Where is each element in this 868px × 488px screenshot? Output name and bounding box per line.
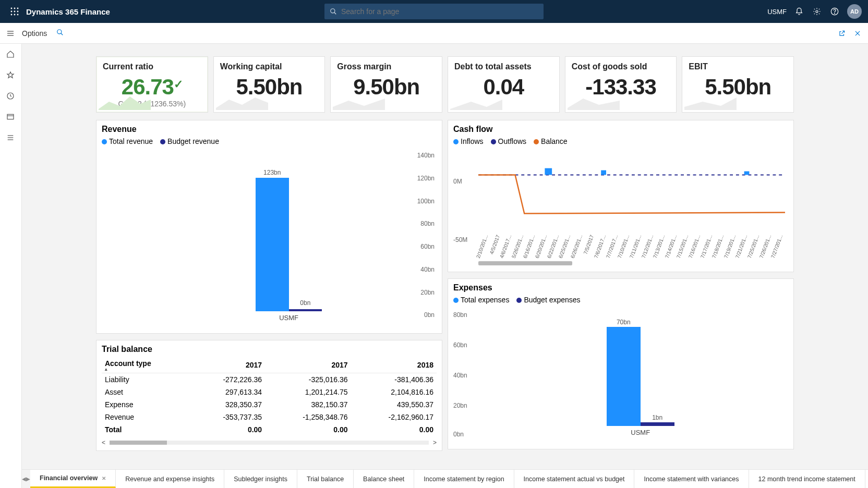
scroll-right-icon[interactable]: >: [433, 439, 437, 446]
kpi-debt-to-assets[interactable]: Debt to total assets 0.04: [448, 56, 560, 113]
popout-icon[interactable]: [837, 28, 847, 39]
bar-label: 123bn: [263, 169, 281, 176]
svg-point-6: [11, 14, 13, 16]
inflow-bar: [601, 170, 606, 175]
kpi-label: Working capital: [220, 62, 319, 71]
search-icon: [330, 8, 337, 15]
table-row[interactable]: Expense328,350.37382,150.37439,550.37: [102, 398, 437, 411]
panel-title: Expenses: [453, 283, 788, 292]
table-row[interactable]: Liability-272,226.36-325,016.36-381,406.…: [102, 373, 437, 386]
cashflow-chart[interactable]: 0M -50M 2/10/201...4/5/20174/6/2017...5/…: [453, 149, 788, 265]
search-input[interactable]: [341, 7, 538, 16]
svg-point-5: [17, 11, 19, 13]
column-header[interactable]: Account type▴: [102, 357, 189, 373]
sheet-tab[interactable]: Income statement actual vs budget: [514, 470, 635, 488]
kpi-label: Current ratio: [103, 62, 201, 71]
svg-point-11: [816, 10, 818, 13]
y-tick: 40bn: [453, 372, 467, 379]
sheet-tab[interactable]: Trial balance: [297, 470, 354, 488]
kpi-label: Debt to total assets: [454, 62, 553, 71]
inflow-bar: [545, 168, 552, 175]
sparkline: [450, 94, 502, 110]
sheet-tab[interactable]: Subledger insights: [224, 470, 297, 488]
nav-toggle-icon[interactable]: [5, 28, 16, 39]
bar-total-revenue[interactable]: [256, 178, 289, 311]
environment-label[interactable]: USMF: [767, 8, 787, 16]
bar-total-expenses[interactable]: [607, 327, 641, 426]
user-avatar[interactable]: AD: [847, 4, 862, 19]
kpi-label: Gross margin: [337, 62, 436, 71]
workspaces-icon[interactable]: [6, 113, 16, 122]
kpi-ebit[interactable]: EBIT 5.50bn: [682, 56, 794, 113]
sheet-tab[interactable]: Balance sheet: [354, 470, 414, 488]
bar-budget-expenses[interactable]: [641, 422, 674, 426]
tab-close-icon[interactable]: ✕: [102, 475, 106, 481]
kpi-row: Current ratio 26.73✓ Goal: 2 (+1236.53%)…: [96, 56, 794, 113]
app-title: Dynamics 365 Finance: [26, 7, 110, 16]
favorites-icon[interactable]: [6, 71, 16, 80]
sparkline: [99, 94, 151, 110]
kpi-label: Cost of goods sold: [572, 62, 670, 71]
sparkline: [684, 94, 737, 110]
notifications-icon[interactable]: [794, 6, 804, 17]
y-tick: 0M: [453, 178, 462, 185]
home-icon[interactable]: [6, 50, 16, 59]
column-header[interactable]: 2017: [189, 357, 265, 373]
filter-search-icon[interactable]: [56, 29, 64, 38]
sheet-tab[interactable]: Income statement with variances: [634, 470, 749, 488]
column-header[interactable]: 2018: [351, 357, 437, 373]
sheet-tabs: ◀ ▶ Financial overview✕Revenue and expen…: [22, 469, 868, 488]
tab-nav-prev[interactable]: ◀: [22, 470, 26, 488]
table-row[interactable]: Asset297,613.341,201,214.752,104,816.16: [102, 386, 437, 398]
revenue-panel: Revenue Total revenue Budget revenue 140…: [96, 120, 442, 334]
revenue-legend: Total revenue Budget revenue: [102, 137, 437, 145]
inflow-bar: [744, 172, 750, 175]
kpi-working-capital[interactable]: Working capital 5.50bn: [213, 56, 326, 113]
revenue-chart[interactable]: 140bn 120bn 100bn 80bn 60bn 40bn 20bn 0b…: [102, 149, 437, 324]
sheet-tab[interactable]: 12 month trend income statement: [749, 470, 865, 488]
sparkline: [216, 94, 268, 110]
x-ticks: 2/10/201...4/5/20174/6/2017...5/26/201..…: [478, 235, 785, 263]
trial-balance-panel: Trial balance Account type▴ 2017 2017 20…: [96, 340, 442, 451]
table-scrollbar[interactable]: < >: [102, 439, 437, 446]
scroll-left-icon[interactable]: <: [102, 439, 105, 446]
check-icon: ✓: [174, 78, 183, 91]
bar-label: 1bn: [652, 414, 662, 421]
recent-icon[interactable]: [6, 92, 16, 101]
sparkline: [333, 94, 385, 110]
kpi-cogs[interactable]: Cost of goods sold -133.33: [565, 56, 677, 113]
kpi-gross-margin[interactable]: Gross margin 9.50bn: [330, 56, 442, 113]
column-header[interactable]: 2017: [265, 357, 351, 373]
y-tick: -50M: [453, 236, 467, 243]
table-row[interactable]: Revenue-353,737.35-1,258,348.76-2,162,96…: [102, 411, 437, 423]
y-tick: 20bn: [453, 402, 467, 409]
y-tick: 0bn: [424, 311, 435, 319]
global-search[interactable]: [324, 4, 544, 19]
x-label: USMF: [631, 429, 650, 436]
cell-value: 328,350.37: [189, 398, 265, 411]
expenses-chart[interactable]: 80bn 60bn 40bn 20bn 0bn 70bn 1bn USMF: [453, 307, 788, 438]
left-nav-rail: [0, 44, 22, 488]
modules-icon[interactable]: [6, 133, 16, 143]
settings-icon[interactable]: [812, 6, 822, 17]
sheet-tab[interactable]: Financial overview✕: [30, 470, 116, 488]
sheet-tab[interactable]: Expenses three year trend: [865, 470, 868, 488]
svg-point-9: [331, 9, 335, 13]
svg-point-7: [14, 14, 16, 16]
app-launcher-icon[interactable]: [6, 3, 23, 20]
total-cell: 0.00: [351, 423, 437, 436]
panel-title: Cash flow: [453, 125, 788, 134]
sheet-tab[interactable]: Income statement by region: [414, 470, 514, 488]
x-label: USMF: [279, 314, 298, 322]
kpi-current-ratio[interactable]: Current ratio 26.73✓ Goal: 2 (+1236.53%): [96, 56, 208, 113]
options-menu[interactable]: Options: [22, 29, 47, 38]
chart-scrollbar[interactable]: [478, 261, 572, 265]
sheet-tab[interactable]: Revenue and expense insights: [116, 470, 224, 488]
expenses-panel: Expenses Total expenses Budget expenses …: [448, 278, 794, 449]
bar-budget-revenue[interactable]: [289, 309, 322, 311]
tab-nav-next[interactable]: ▶: [26, 470, 30, 488]
close-icon[interactable]: [852, 28, 863, 39]
help-icon[interactable]: [829, 6, 840, 17]
svg-line-10: [334, 13, 336, 15]
app-header: Dynamics 365 Finance USMF AD: [0, 0, 868, 23]
